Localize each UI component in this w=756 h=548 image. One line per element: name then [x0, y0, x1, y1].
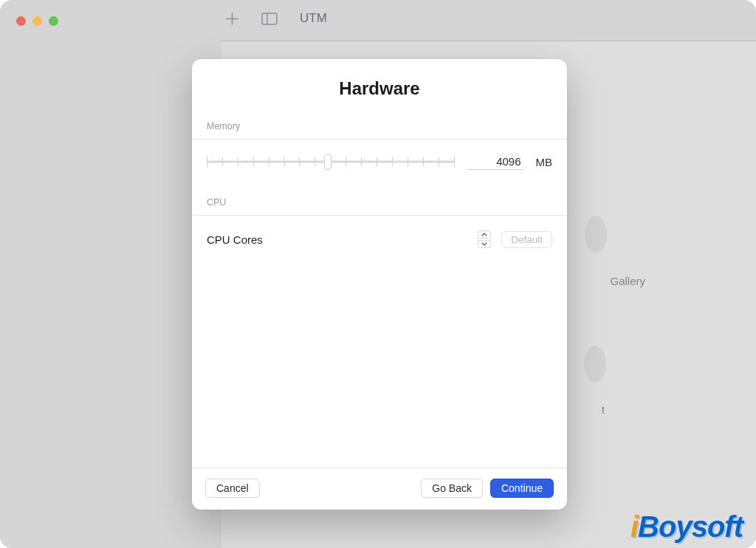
- continue-button[interactable]: Continue: [490, 479, 554, 498]
- hardware-modal: Hardware Memory MB CPU CPU Cores: [192, 59, 567, 510]
- sidebar-background: [0, 0, 221, 548]
- cancel-button[interactable]: Cancel: [205, 479, 260, 498]
- stepper-down-button[interactable]: [478, 240, 491, 248]
- go-back-button[interactable]: Go Back: [421, 479, 483, 498]
- modal-footer: Cancel Go Back Continue: [192, 467, 567, 510]
- toolbar: UTM: [0, 0, 756, 41]
- cpu-default-button[interactable]: Default: [501, 231, 552, 248]
- memory-row: MB: [207, 153, 552, 171]
- bg-shape: [585, 216, 607, 253]
- fullscreen-window-button[interactable]: [49, 16, 58, 26]
- toolbar-icons: UTM: [225, 11, 327, 26]
- app-title: UTM: [300, 11, 327, 26]
- memory-section-label: Memory: [207, 121, 552, 131]
- slider-tick: [346, 157, 346, 166]
- cpu-cores-label: CPU Cores: [207, 233, 263, 246]
- slider-tick: [454, 156, 455, 168]
- cpu-cores-stepper[interactable]: [478, 230, 491, 248]
- slider-tick: [253, 157, 254, 166]
- stepper-up-button[interactable]: [478, 230, 491, 239]
- slider-tick: [299, 157, 300, 166]
- minimize-window-button[interactable]: [32, 16, 42, 26]
- bg-truncated-text: t: [602, 403, 605, 416]
- slider-tick: [361, 157, 362, 166]
- modal-body: Memory MB CPU CPU Cores: [192, 121, 567, 467]
- app-window: UTM Gallery t Hardware Memory MB CPU: [0, 0, 756, 548]
- memory-input[interactable]: [467, 154, 524, 170]
- section-divider: [192, 139, 567, 140]
- slider-tick: [315, 157, 315, 166]
- cpu-row: CPU Cores Default: [207, 230, 552, 248]
- section-divider: [192, 215, 567, 216]
- slider-tick: [222, 157, 223, 166]
- toolbar-divider: [221, 41, 756, 41]
- watermark-logo: iBoysoft: [630, 510, 743, 544]
- cpu-section-label: CPU: [207, 197, 552, 208]
- gallery-label: Gallery: [610, 275, 645, 287]
- slider-tick: [207, 156, 207, 168]
- close-window-button[interactable]: [16, 16, 26, 26]
- slider-tick: [377, 157, 377, 166]
- modal-title: Hardware: [192, 78, 567, 99]
- plus-icon[interactable]: [225, 12, 239, 26]
- slider-tick: [423, 157, 424, 166]
- slider-tick: [408, 157, 408, 166]
- slider-thumb[interactable]: [324, 154, 331, 170]
- slider-tick: [439, 157, 439, 166]
- slider-tick: [284, 157, 285, 166]
- slider-tick: [269, 157, 269, 166]
- sidebar-toggle-icon[interactable]: [261, 13, 278, 25]
- memory-unit: MB: [536, 156, 553, 168]
- bg-shape: [584, 346, 606, 383]
- slider-tick: [392, 157, 393, 166]
- svg-rect-0: [262, 13, 277, 24]
- memory-slider[interactable]: [207, 153, 455, 171]
- slider-tick: [238, 157, 238, 166]
- window-controls: [16, 16, 58, 26]
